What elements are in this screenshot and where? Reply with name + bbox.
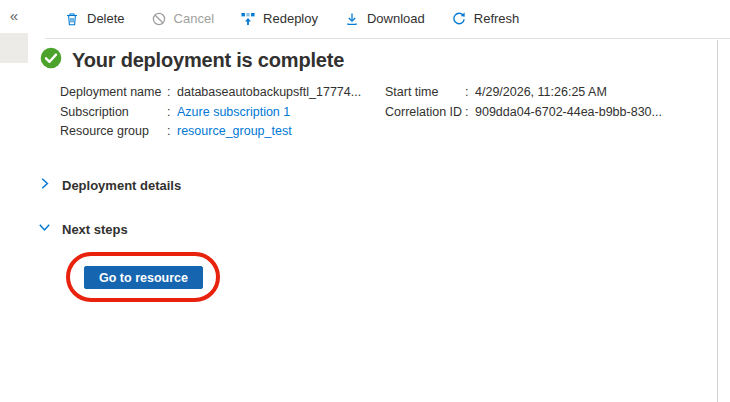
download-label: Download <box>367 11 425 26</box>
correlation-id-value: 909dda04-6702-44ea-b9bb-830... <box>475 103 662 123</box>
start-time-row: Start time 4/29/2026, 11:26:25 AM <box>385 83 662 103</box>
start-time-value: 4/29/2026, 11:26:25 AM <box>475 83 607 103</box>
download-icon <box>344 11 360 27</box>
refresh-icon <box>451 11 467 27</box>
download-button[interactable]: Download <box>344 11 425 27</box>
subscription-row: Subscription Azure subscription 1 <box>60 103 361 123</box>
deployment-status-header: Your deployment is complete <box>40 47 344 73</box>
refresh-label: Refresh <box>474 11 520 26</box>
separator <box>465 103 475 123</box>
deployment-details-expander[interactable]: Deployment details <box>38 176 181 194</box>
page-title: Your deployment is complete <box>72 49 344 72</box>
next-steps-expander[interactable]: Next steps <box>38 220 128 238</box>
resource-group-link[interactable]: resource_group_test <box>177 122 292 142</box>
delete-button[interactable]: Delete <box>64 11 125 27</box>
deployment-details-label: Deployment details <box>62 178 181 193</box>
toolbar-divider <box>45 38 730 39</box>
go-to-resource-button[interactable]: Go to resource <box>84 266 203 289</box>
deployment-name-row: Deployment name databaseautobackupsftl_1… <box>60 83 361 103</box>
chevron-right-icon <box>38 176 51 194</box>
separator <box>167 83 177 103</box>
subscription-link[interactable]: Azure subscription 1 <box>177 103 290 123</box>
deployment-name-label: Deployment name <box>60 83 167 103</box>
pane-scrollbar-track <box>717 40 718 402</box>
start-time-label: Start time <box>385 83 465 103</box>
command-bar: Delete Cancel Redeploy <box>64 0 519 37</box>
collapsed-panel-stub <box>0 33 28 63</box>
subscription-label: Subscription <box>60 103 167 123</box>
trash-icon <box>64 11 80 27</box>
chevron-down-icon <box>38 220 51 238</box>
collapse-panel-button[interactable]: « <box>4 4 24 26</box>
separator <box>465 83 475 103</box>
cancel-label: Cancel <box>174 11 214 26</box>
deployment-details-right-column: Start time 4/29/2026, 11:26:25 AM Correl… <box>385 83 662 122</box>
correlation-id-row: Correlation ID 909dda04-6702-44ea-b9bb-8… <box>385 103 662 123</box>
redeploy-button[interactable]: Redeploy <box>240 11 318 27</box>
cancel-button[interactable]: Cancel <box>151 11 214 27</box>
separator <box>167 122 177 142</box>
success-check-icon <box>40 47 62 73</box>
resource-group-row: Resource group resource_group_test <box>60 122 361 142</box>
delete-label: Delete <box>87 11 125 26</box>
deployment-name-value: databaseautobackupsftl_17774... <box>177 83 361 103</box>
next-steps-label: Next steps <box>62 222 128 237</box>
deployment-details-left-column: Deployment name databaseautobackupsftl_1… <box>60 83 361 142</box>
redeploy-label: Redeploy <box>263 11 318 26</box>
cancel-icon <box>151 11 167 27</box>
separator <box>167 103 177 123</box>
refresh-button[interactable]: Refresh <box>451 11 520 27</box>
correlation-id-label: Correlation ID <box>385 103 465 123</box>
redeploy-icon <box>240 11 256 27</box>
resource-group-label: Resource group <box>60 122 167 142</box>
